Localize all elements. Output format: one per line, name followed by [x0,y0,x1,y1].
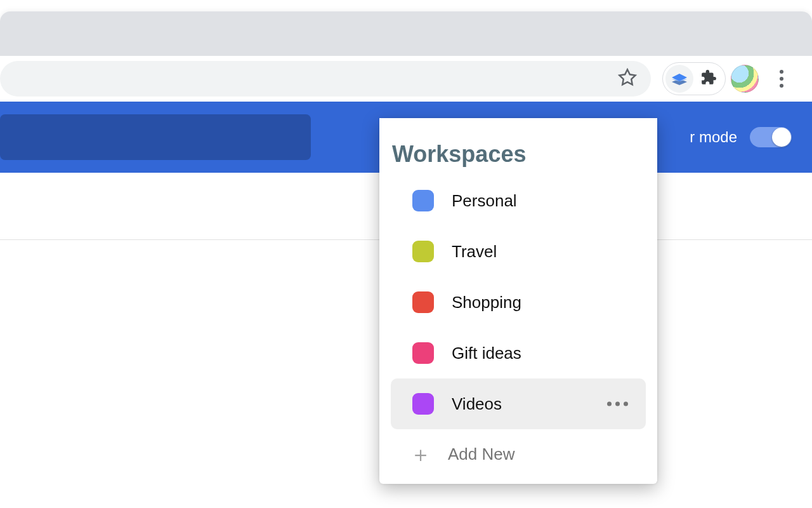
workspace-color-swatch [412,342,434,364]
workspace-label: Videos [452,394,502,414]
omnibox[interactable] [0,61,651,97]
tab-strip [0,11,812,56]
toggle-knob [772,128,791,147]
puzzle-icon [700,69,717,88]
extensions-search-box[interactable] [0,114,311,160]
workspace-item[interactable]: Videos [391,378,646,429]
workspaces-extension-button[interactable] [665,65,693,93]
workspace-item[interactable]: Gift ideas [391,328,646,378]
workspaces-popover: Workspaces PersonalTravelShoppingGift id… [379,118,657,484]
workspaces-list: PersonalTravelShoppingGift ideasVideos [379,175,657,429]
toolbar [0,56,812,102]
workspace-label: Gift ideas [452,344,521,363]
workspace-color-swatch [412,241,434,262]
popover-title: Workspaces [379,141,657,175]
developer-mode-toggle[interactable] [750,127,792,147]
add-new-label: Add New [448,444,515,464]
workspace-label: Shopping [452,293,521,312]
developer-mode-area: r mode [690,127,792,147]
extensions-group [662,62,726,95]
plus-icon: ＋ [410,443,431,465]
workspace-color-swatch [412,190,434,211]
browser-window: r mode Workspaces PersonalTravelShopping… [0,11,812,508]
kebab-menu-button[interactable] [769,70,794,88]
workspace-item[interactable]: Shopping [391,277,646,328]
workspace-color-swatch [412,393,434,415]
layers-icon [671,70,688,88]
svg-marker-0 [620,70,636,85]
workspace-color-swatch [412,291,434,313]
workspace-label: Personal [452,191,517,211]
profile-avatar[interactable] [731,65,759,93]
add-new-workspace[interactable]: ＋ Add New [379,429,657,469]
workspace-more-button[interactable] [607,402,628,406]
workspace-item[interactable]: Travel [391,226,646,277]
bookmark-star-icon[interactable] [618,68,637,90]
extensions-puzzle-button[interactable] [695,65,723,93]
workspace-label: Travel [452,242,497,262]
workspace-item[interactable]: Personal [391,175,646,226]
developer-mode-label-partial: r mode [690,128,737,146]
